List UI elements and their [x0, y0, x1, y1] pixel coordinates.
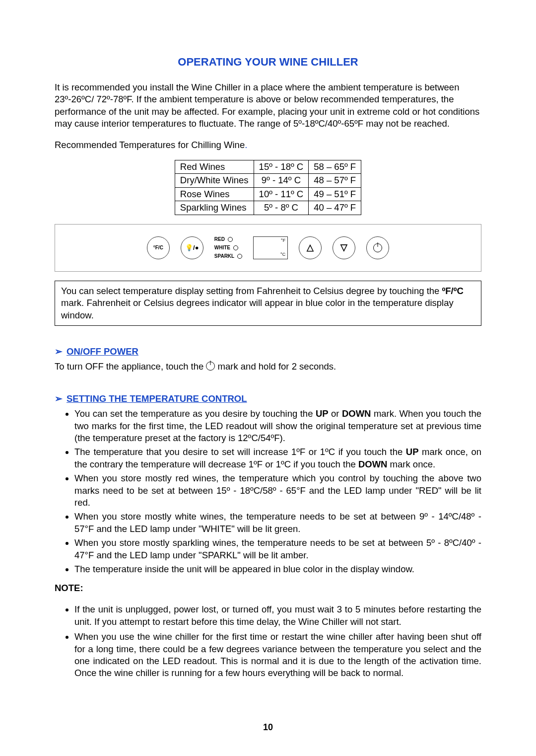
- table-row: Dry/White Wines 9º - 14º C 48 – 57º F: [175, 174, 361, 187]
- temperature-table: Red Wines 15º - 18º C 58 – 65º F Dry/Whi…: [175, 160, 361, 215]
- temp-f: 40 – 47º F: [309, 201, 361, 215]
- table-row: Rose Wines 10º - 11º C 49 – 51º F: [175, 187, 361, 201]
- triangle-up-icon: △: [307, 242, 314, 254]
- onoff-head: ON/OFF POWER: [67, 346, 138, 357]
- list-item: You can set the temperature as you desir…: [74, 408, 481, 444]
- led-dot-icon: [237, 254, 242, 259]
- fc-mark: ºF/ºC: [442, 286, 464, 296]
- led-white: WHITE: [214, 244, 230, 252]
- arrow-icon: ➢: [55, 393, 63, 404]
- led-labels: RED WHITE SPARKL: [214, 235, 242, 260]
- temp-f: 58 – 65º F: [309, 160, 361, 174]
- recommended-temps-text: Recommended Temperatures for Chilling Wi…: [55, 140, 245, 150]
- section-onoff-heading: ➢ON/OFF POWER: [55, 346, 481, 358]
- list-item: If the unit is unplugged, power lost, or…: [74, 604, 481, 628]
- temp-f: 49 – 51º F: [309, 187, 361, 201]
- power-button: [366, 236, 389, 259]
- note-bullets: If the unit is unplugged, power lost, or…: [55, 604, 481, 679]
- temp-c: 5º - 8º C: [254, 201, 309, 215]
- wine-type: Dry/White Wines: [175, 174, 254, 187]
- fc-button: °F/C: [147, 236, 170, 259]
- display-setting-note: You can select temperature display setti…: [55, 281, 481, 326]
- intro-paragraph: It is recommended you install the Wine C…: [55, 81, 481, 130]
- led-dot-icon: [228, 237, 233, 242]
- light-icon: 💡/●: [185, 243, 199, 252]
- wine-type: Sparkling Wines: [175, 201, 254, 215]
- list-item: The temperature inside the unit will be …: [74, 563, 481, 575]
- box-pre: You can select temperature display setti…: [61, 286, 442, 296]
- onoff-pre: To turn OFF the appliance, touch the: [55, 361, 206, 372]
- light-button: 💡/●: [181, 236, 203, 259]
- list-item: When you store mostly white wines, the t…: [74, 511, 481, 535]
- blue-period: .: [245, 140, 247, 150]
- section-temp-heading: ➢SETTING THE TEMPERATURE CONTROL: [55, 393, 481, 405]
- led-sparkl: SPARKL: [214, 252, 234, 260]
- temperature-bullets: You can set the temperature as you desir…: [55, 408, 481, 575]
- table-row: Sparkling Wines 5º - 8º C 40 – 47º F: [175, 201, 361, 215]
- table-row: Red Wines 15º - 18º C 58 – 65º F: [175, 160, 361, 174]
- temp-c: 9º - 14º C: [254, 174, 309, 187]
- temp-c: 10º - 11º C: [254, 187, 309, 201]
- disp-f: °F: [281, 238, 285, 244]
- wine-type: Rose Wines: [175, 187, 254, 201]
- led-red: RED: [214, 235, 225, 243]
- arrow-icon: ➢: [55, 346, 63, 357]
- note-heading: NOTE:: [55, 582, 481, 594]
- temp-head: SETTING THE TEMPERATURE CONTROL: [67, 393, 247, 404]
- control-panel-diagram: °F/C 💡/● RED WHITE SPARKL °F °C △ ▽: [55, 224, 481, 272]
- wine-type: Red Wines: [175, 160, 254, 174]
- recommended-temps-line: Recommended Temperatures for Chilling Wi…: [55, 139, 481, 151]
- down-button: ▽: [333, 236, 355, 259]
- triangle-down-icon: ▽: [340, 242, 347, 254]
- page-title: OPERATING YOUR WINE CHILLER: [55, 55, 481, 69]
- list-item: When you use the wine chiller for the fi…: [74, 631, 481, 680]
- page-number: 10: [0, 722, 536, 734]
- list-item: The temperature that you desire to set w…: [74, 446, 481, 470]
- list-item: When you store mostly sparkling wines, t…: [74, 537, 481, 561]
- power-icon: [373, 243, 382, 252]
- led-dot-icon: [233, 245, 238, 250]
- disp-c: °C: [280, 252, 285, 258]
- temp-f: 48 – 57º F: [309, 174, 361, 187]
- list-item: When you store mostly red wines, the tem…: [74, 472, 481, 509]
- box-post: mark. Fahrenheit or Celsius degrees indi…: [61, 298, 454, 320]
- temperature-display: °F °C: [253, 236, 288, 259]
- power-icon: [206, 362, 215, 371]
- up-button: △: [299, 236, 322, 259]
- onoff-body: To turn OFF the appliance, touch the mar…: [55, 361, 481, 373]
- temp-c: 15º - 18º C: [254, 160, 309, 174]
- onoff-post: mark and hold for 2 seconds.: [215, 361, 336, 372]
